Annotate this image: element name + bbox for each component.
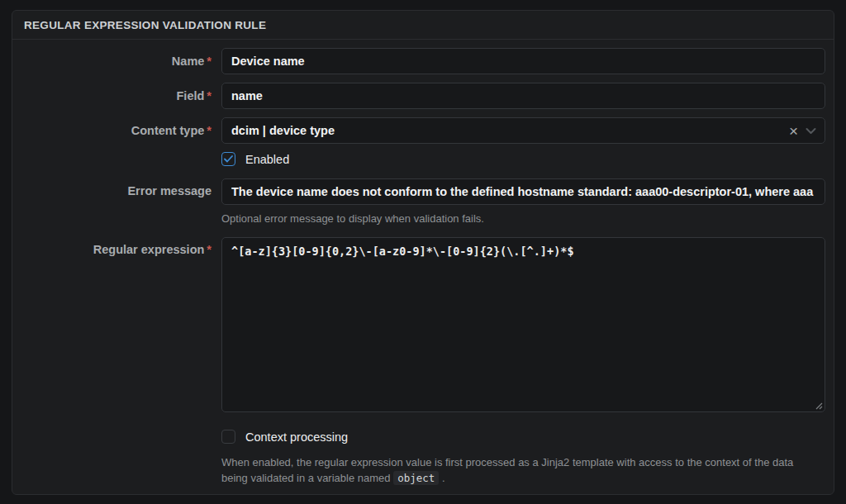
clear-icon[interactable]: × xyxy=(789,123,798,139)
context-processing-checkbox[interactable] xyxy=(221,430,235,444)
required-asterisk: * xyxy=(207,89,212,102)
enabled-checkbox[interactable] xyxy=(221,152,235,166)
enabled-checkbox-label[interactable]: Enabled xyxy=(245,153,289,166)
required-asterisk: * xyxy=(207,55,212,68)
regex-validation-rule-panel: REGULAR EXPRESSION VALIDATION RULE Name*… xyxy=(12,10,834,495)
error-message-help: Optional error message to display when v… xyxy=(221,211,825,226)
error-message-label: Error message xyxy=(12,178,221,226)
regular-expression-label: Regular expression* xyxy=(12,237,221,412)
content-type-selected-value: dcim | device type xyxy=(231,124,789,137)
resize-grip-icon[interactable] xyxy=(815,402,823,410)
context-processing-checkbox-label[interactable]: Context processing xyxy=(245,430,348,444)
error-message-row: Error message Optional error message to … xyxy=(12,178,825,226)
field-label: Field* xyxy=(12,89,221,102)
chevron-down-icon[interactable] xyxy=(806,127,816,135)
enabled-row: Enabled xyxy=(12,152,825,166)
content-type-label: Content type* xyxy=(12,124,221,137)
context-processing-help: When enabled, the regular expression val… xyxy=(221,454,800,486)
name-label: Name* xyxy=(12,55,221,68)
field-row: Field* xyxy=(12,83,825,109)
check-icon xyxy=(224,155,233,163)
field-input[interactable] xyxy=(221,83,825,109)
inline-code-object: object xyxy=(393,471,439,485)
required-asterisk: * xyxy=(207,243,212,256)
name-row: Name* xyxy=(12,48,825,74)
error-message-input[interactable] xyxy=(221,178,825,205)
panel-header: REGULAR EXPRESSION VALIDATION RULE xyxy=(12,11,834,40)
panel-body: Name* Field* Content type* dcim | device… xyxy=(12,40,834,486)
regular-expression-textarea[interactable]: ^[a-z]{3}[0-9]{0,2}\-[a-z0-9]*\-[0-9]{2}… xyxy=(221,237,825,412)
content-type-select[interactable]: dcim | device type × xyxy=(221,117,825,144)
name-input[interactable] xyxy=(221,48,825,74)
required-asterisk: * xyxy=(207,124,212,137)
panel-title: REGULAR EXPRESSION VALIDATION RULE xyxy=(24,19,266,31)
content-type-row: Content type* dcim | device type × xyxy=(12,117,825,144)
regular-expression-row: Regular expression* ^[a-z]{3}[0-9]{0,2}\… xyxy=(12,237,825,412)
context-processing-row: Context processing When enabled, the reg… xyxy=(12,430,825,486)
